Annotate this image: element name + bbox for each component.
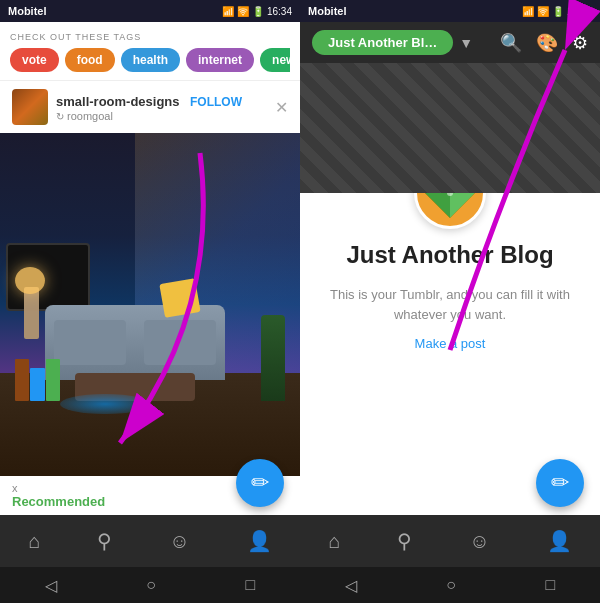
author-name-row: small-room-designs FOLLOW xyxy=(56,92,242,110)
nav-search-left[interactable]: ⚲ xyxy=(89,521,120,561)
plant xyxy=(261,315,285,401)
signal-icon: 📶 xyxy=(222,6,234,17)
nav-home-right[interactable]: ⌂ xyxy=(320,522,348,561)
blog-dropdown[interactable]: Just Another Bl… ▼ xyxy=(312,30,473,55)
sofa-cushion-right xyxy=(144,320,216,365)
nav-search-right[interactable]: ⚲ xyxy=(389,521,420,561)
blog-content: Just Another Bl… ▼ 🔍 🎨 ⚙ xyxy=(300,22,600,515)
fab-compose-left[interactable]: ✏ xyxy=(236,459,284,507)
lamp-shade xyxy=(15,267,45,294)
author-avatar xyxy=(12,89,48,125)
svg-marker-5 xyxy=(450,193,475,218)
bottom-nav-left: ⌂ ⚲ ☺ 👤 xyxy=(0,515,300,567)
make-post-link[interactable]: Make a post xyxy=(415,336,486,351)
tag-health[interactable]: health xyxy=(121,48,180,72)
author-info: small-room-designs FOLLOW ↻ roomgoal xyxy=(12,89,242,125)
settings-icon[interactable]: ⚙ xyxy=(572,32,588,54)
book-3 xyxy=(46,359,60,400)
tag-internet[interactable]: internet xyxy=(186,48,254,72)
battery-icon-right: 🔋 xyxy=(552,6,564,17)
feed-content: CHECK OUT THESE TAGS vote food health in… xyxy=(0,22,300,515)
status-bar-left: Mobitel 📶 🛜 🔋 16:34 xyxy=(0,0,300,22)
left-phone: Mobitel 📶 🛜 🔋 16:34 CHECK OUT THESE TAGS… xyxy=(0,0,300,603)
nav-profile-left[interactable]: 👤 xyxy=(239,521,280,561)
bottom-nav-right: ⌂ ⚲ ☺ 👤 xyxy=(300,515,600,567)
nav-emoji-right[interactable]: ☺ xyxy=(461,522,497,561)
follow-button[interactable]: FOLLOW xyxy=(190,95,242,109)
back-button-left[interactable]: ◁ xyxy=(45,576,57,595)
diamond-logo-svg xyxy=(420,193,480,223)
sub-label: roomgoal xyxy=(67,110,113,122)
blog-name-pill[interactable]: Just Another Bl… xyxy=(312,30,453,55)
carrier-right: Mobitel xyxy=(308,5,347,17)
post-header: small-room-designs FOLLOW ↻ roomgoal ✕ xyxy=(0,81,300,133)
blog-cover-image xyxy=(300,63,600,193)
post-card: small-room-designs FOLLOW ↻ roomgoal ✕ xyxy=(0,81,300,515)
time-left: 16:34 xyxy=(267,6,292,17)
search-icon-right[interactable]: 🔍 xyxy=(500,32,522,54)
avatar-image xyxy=(12,89,48,125)
author-name: small-room-designs xyxy=(56,94,180,109)
carrier-left: Mobitel xyxy=(8,5,47,17)
nav-profile-right[interactable]: 👤 xyxy=(539,521,580,561)
author-sub: ↻ roomgoal xyxy=(56,110,242,122)
post-image[interactable] xyxy=(0,133,300,476)
dropdown-arrow-icon[interactable]: ▼ xyxy=(459,35,473,51)
book-2 xyxy=(30,368,44,401)
header-icons: 🔍 🎨 ⚙ xyxy=(500,32,588,54)
tag-new[interactable]: new xyxy=(260,48,290,72)
time-right: 16:34 xyxy=(567,6,592,17)
recent-button-left[interactable]: □ xyxy=(246,576,256,594)
tags-label: CHECK OUT THESE TAGS xyxy=(10,32,290,42)
books xyxy=(15,359,60,400)
sofa xyxy=(45,305,225,380)
blog-avatar xyxy=(414,193,486,229)
yellow-pillow xyxy=(159,278,200,318)
tags-row: vote food health internet new xyxy=(10,48,290,72)
close-post-button[interactable]: ✕ xyxy=(275,98,288,117)
lamp-stand xyxy=(24,287,39,338)
battery-icon: 🔋 xyxy=(252,6,264,17)
reblog-icon: ↻ xyxy=(56,111,64,122)
fab-compose-right[interactable]: ✏ xyxy=(536,459,584,507)
blog-app-header: Just Another Bl… ▼ 🔍 🎨 ⚙ xyxy=(300,22,600,63)
blog-description: This is your Tumblr, and you can fill it… xyxy=(320,285,580,324)
nav-emoji-left[interactable]: ☺ xyxy=(161,522,197,561)
svg-marker-3 xyxy=(425,193,450,218)
wifi-icon-right: 🛜 xyxy=(537,6,549,17)
sofa-cushion-left xyxy=(54,320,126,365)
right-phone: Mobitel 📶 🛜 🔋 16:34 Just Another Bl… ▼ 🔍… xyxy=(300,0,600,603)
blue-floor-light xyxy=(60,394,150,415)
tags-section: CHECK OUT THESE TAGS vote food health in… xyxy=(0,22,300,81)
blog-avatar-container xyxy=(414,193,486,229)
back-button-right[interactable]: ◁ xyxy=(345,576,357,595)
blog-title: Just Another Blog xyxy=(346,241,553,269)
signal-icon-right: 📶 xyxy=(522,6,534,17)
nav-home-left[interactable]: ⌂ xyxy=(20,522,48,561)
recent-button-right[interactable]: □ xyxy=(546,576,556,594)
home-button-right[interactable]: ○ xyxy=(446,576,456,594)
status-bar-right: Mobitel 📶 🛜 🔋 16:34 xyxy=(300,0,600,22)
book-1 xyxy=(15,359,29,400)
tag-vote[interactable]: vote xyxy=(10,48,59,72)
palette-icon[interactable]: 🎨 xyxy=(536,32,558,54)
status-icons-left: 📶 🛜 🔋 16:34 xyxy=(222,6,292,17)
system-nav-left: ◁ ○ □ xyxy=(0,567,300,603)
author-details: small-room-designs FOLLOW ↻ roomgoal xyxy=(56,92,242,122)
status-icons-right: 📶 🛜 🔋 16:34 xyxy=(522,6,592,17)
tag-food[interactable]: food xyxy=(65,48,115,72)
wifi-icon: 🛜 xyxy=(237,6,249,17)
home-button-left[interactable]: ○ xyxy=(146,576,156,594)
room-scene xyxy=(0,133,300,476)
system-nav-right: ◁ ○ □ xyxy=(300,567,600,603)
